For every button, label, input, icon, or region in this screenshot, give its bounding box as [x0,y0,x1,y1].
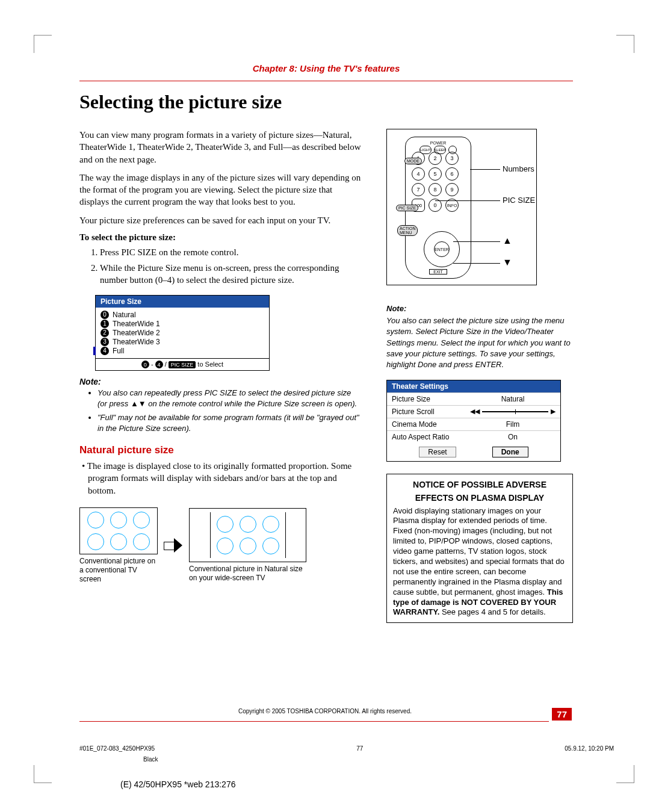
chapter-header: Chapter 8: Using the TV's features [79,63,573,73]
notice-body: Avoid displaying stationary images on yo… [393,506,565,597]
theater-settings-osd: Theater Settings Picture SizeNatural Pic… [386,380,561,462]
book-signature: (E) 42/50HPX95 *web 213:276 [120,779,235,789]
osd-row-value: Film [465,418,560,430]
step: While the Picture Size menu is on-screen… [100,262,362,287]
callout-picsize: PIC SIZE [503,196,535,205]
callout-down-arrow-icon: ▼ [503,257,512,268]
intro-paragraph: The way the image displays in any of the… [79,172,362,208]
intro-paragraph: Your picture size preferences can be sav… [79,214,362,226]
arrow-icon [164,538,183,553]
note-item: You also can repeatedly press PIC SIZE t… [98,388,362,409]
osd-number-badge: 4 [101,347,109,355]
figure-caption: Conventional picture on a conventional T… [79,557,158,584]
num-button: 3 [445,152,459,165]
osd-number-badge: 2 [101,329,109,337]
warranty-notice: NOTICE OF POSSIBLE ADVERSE EFFECTS ON PL… [386,474,573,623]
num-button: 4 [412,167,425,181]
num-button: 6 [445,167,459,181]
osd-title: Picture Size [96,296,269,308]
osd-item-label: TheaterWide 3 [113,338,160,346]
note-heading: Note: [79,377,362,386]
tv-illustration-4x3 [79,507,158,554]
subsection-heading: Natural picture size [79,444,362,456]
preflight-info: #01E_072-083_4250HPX95 77 05.9.12, 10:20… [79,745,614,752]
callout-up-arrow-icon: ▲ [503,235,512,246]
enter-button-icon: ENTER [434,241,450,257]
note-body: You also can select the picture size usi… [386,316,571,369]
notice-body: See pages 4 and 5 for details. [439,607,545,616]
crop-mark [34,765,52,783]
procedure-steps: Press PIC SIZE on the remote control. Wh… [100,246,362,287]
note-item: "Full" may not be available for some pro… [98,412,362,433]
crop-mark [34,35,52,53]
crop-mark [616,765,634,783]
preflight-color: Black [143,756,158,763]
osd-row-label: Cinema Mode [387,418,465,430]
osd-row-label: Auto Aspect Ratio [387,431,465,443]
picsize-pill-icon: PIC SIZE [396,205,418,211]
osd-title: Theater Settings [387,380,560,392]
osd-number-badge: 1 [101,320,109,328]
exit-button-icon: EXIT [429,269,447,274]
figure-row: Conventional picture on a conventional T… [79,507,362,584]
reset-button: Reset [419,447,456,457]
crop-mark [616,35,634,53]
preflight-timestamp: 05.9.12, 10:20 PM [565,745,614,752]
osd-row-value: Natural [465,393,560,405]
page-title: Selecting the picture size [79,91,573,113]
preflight-page: 77 [356,745,363,752]
power-label: POWER [406,141,471,145]
num-button: 2 [429,152,442,165]
step: Press PIC SIZE on the remote control. [100,246,362,258]
notice-heading: NOTICE OF POSSIBLE ADVERSE [393,479,566,490]
osd-slider: ◀◀▶ [465,406,560,418]
preflight-file: #01E_072-083_4250HPX95 [79,745,155,752]
osd-item-label: TheaterWide 1 [113,320,160,328]
osd-number-badge: 3 [101,338,109,346]
notice-heading: EFFECTS ON PLASMA DISPLAY [393,492,566,503]
page-number: 77 [552,708,572,721]
num-button: 8 [429,183,442,196]
figure-caption: Conventional picture in Natural size on … [189,565,306,583]
tv-illustration-wide [189,508,306,562]
divider [79,81,573,81]
osd-row-label: Picture Scroll [387,406,465,418]
num-button: 7 [412,183,425,196]
action-menu-pill-icon: ACTION MENU [397,225,418,236]
mode-pill-icon: MODE [404,158,422,164]
osd-footer: 0 - 4 / PIC SIZE to Select [96,358,269,371]
osd-number-badge: 0 [101,311,109,319]
side-note: Note: You also can select the picture si… [386,303,573,370]
dpad: ENTER [424,231,460,267]
osd-item-label: TheaterWide 2 [113,329,160,337]
procedure-heading: To select the picture size: [79,232,362,243]
note-list: You also can repeatedly press PIC SIZE t… [98,388,362,433]
osd-row-value: On [465,431,560,443]
num-button: 9 [445,183,459,196]
osd-item-label: Full [113,347,124,355]
picsize-pill-icon: PIC SIZE [169,361,196,368]
num-button: 5 [429,167,442,181]
picture-size-osd: Picture Size 0Natural 1TheaterWide 1 2Th… [95,295,270,371]
osd-item-label: Natural [113,311,136,319]
callout-numbers: Numbers [503,164,534,173]
osd-row-label: Picture Size [387,393,465,405]
note-heading: Note: [386,303,573,314]
done-button: Done [492,447,528,457]
subsection-body: • The image is displayed close to its or… [88,460,362,497]
intro-paragraph: You can view many program formats in a v… [79,129,362,166]
remote-illustration: POWER LIGHT SLEEP 123 456 789 1000INFO M… [386,129,537,285]
divider [79,721,549,722]
